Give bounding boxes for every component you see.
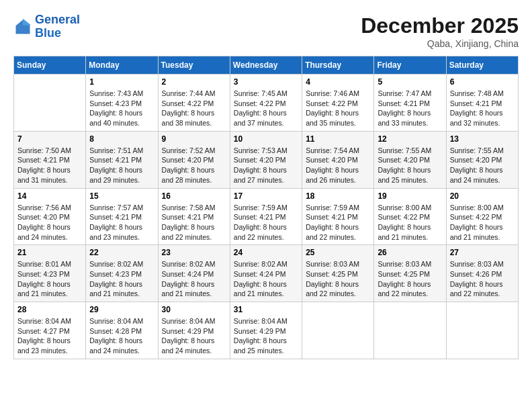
calendar-cell: 23Sunrise: 8:02 AMSunset: 4:24 PMDayligh… <box>158 245 230 302</box>
calendar-week-1: 1Sunrise: 7:43 AMSunset: 4:23 PMDaylight… <box>14 75 519 132</box>
day-number: 13 <box>450 134 515 144</box>
location: Qaba, Xinjiang, China <box>361 38 519 49</box>
day-info: Sunrise: 8:01 AMSunset: 4:23 PMDaylight:… <box>17 259 82 299</box>
day-info: Sunrise: 8:02 AMSunset: 4:24 PMDaylight:… <box>234 259 298 299</box>
day-number: 23 <box>162 248 226 257</box>
calendar-cell: 17Sunrise: 7:59 AMSunset: 4:21 PMDayligh… <box>230 188 302 245</box>
day-info: Sunrise: 7:54 AMSunset: 4:20 PMDaylight:… <box>306 146 370 185</box>
calendar-cell: 28Sunrise: 8:04 AMSunset: 4:27 PMDayligh… <box>14 302 86 359</box>
day-number: 10 <box>234 134 298 144</box>
calendar-week-5: 28Sunrise: 8:04 AMSunset: 4:27 PMDayligh… <box>14 302 519 359</box>
day-header-sunday: Sunday <box>14 56 86 75</box>
day-number: 4 <box>306 77 370 87</box>
day-number: 2 <box>162 77 226 87</box>
logo-text: General Blue <box>35 13 80 40</box>
calendar-cell: 12Sunrise: 7:55 AMSunset: 4:20 PMDayligh… <box>374 131 446 188</box>
calendar-cell: 22Sunrise: 8:02 AMSunset: 4:23 PMDayligh… <box>86 245 158 302</box>
day-info: Sunrise: 7:59 AMSunset: 4:21 PMDaylight:… <box>234 203 298 242</box>
day-info: Sunrise: 8:02 AMSunset: 4:23 PMDaylight:… <box>89 259 154 299</box>
day-info: Sunrise: 7:47 AMSunset: 4:21 PMDaylight:… <box>378 89 442 128</box>
calendar-cell: 9Sunrise: 7:52 AMSunset: 4:20 PMDaylight… <box>158 131 230 188</box>
day-info: Sunrise: 8:00 AMSunset: 4:22 PMDaylight:… <box>378 203 442 242</box>
calendar-cell <box>374 302 446 359</box>
day-info: Sunrise: 8:02 AMSunset: 4:24 PMDaylight:… <box>162 259 226 299</box>
day-number: 15 <box>89 191 154 201</box>
day-number: 6 <box>450 77 515 87</box>
calendar-cell: 31Sunrise: 8:04 AMSunset: 4:29 PMDayligh… <box>230 302 302 359</box>
day-number: 8 <box>89 134 154 144</box>
calendar-cell: 25Sunrise: 8:03 AMSunset: 4:25 PMDayligh… <box>302 245 374 302</box>
day-info: Sunrise: 7:45 AMSunset: 4:22 PMDaylight:… <box>234 89 298 128</box>
calendar-cell: 30Sunrise: 8:04 AMSunset: 4:29 PMDayligh… <box>158 302 230 359</box>
calendar-cell: 16Sunrise: 7:58 AMSunset: 4:21 PMDayligh… <box>158 188 230 245</box>
day-info: Sunrise: 8:04 AMSunset: 4:29 PMDaylight:… <box>234 316 298 356</box>
calendar-header-row: SundayMondayTuesdayWednesdayThursdayFrid… <box>14 56 519 75</box>
day-number: 27 <box>450 248 515 257</box>
calendar-cell: 24Sunrise: 8:02 AMSunset: 4:24 PMDayligh… <box>230 245 302 302</box>
day-info: Sunrise: 8:03 AMSunset: 4:25 PMDaylight:… <box>378 259 442 299</box>
day-number: 26 <box>378 248 442 257</box>
day-number: 3 <box>234 77 298 87</box>
day-number: 18 <box>306 191 370 201</box>
day-header-saturday: Saturday <box>446 56 518 75</box>
day-info: Sunrise: 7:58 AMSunset: 4:21 PMDaylight:… <box>162 203 226 242</box>
calendar-cell: 2Sunrise: 7:44 AMSunset: 4:22 PMDaylight… <box>158 75 230 132</box>
day-number: 14 <box>17 191 82 201</box>
day-info: Sunrise: 8:04 AMSunset: 4:28 PMDaylight:… <box>89 316 154 356</box>
calendar-cell: 27Sunrise: 8:03 AMSunset: 4:26 PMDayligh… <box>446 245 518 302</box>
day-number: 22 <box>89 248 154 257</box>
calendar-cell: 29Sunrise: 8:04 AMSunset: 4:28 PMDayligh… <box>86 302 158 359</box>
day-header-monday: Monday <box>86 56 158 75</box>
calendar-week-3: 14Sunrise: 7:56 AMSunset: 4:20 PMDayligh… <box>14 188 519 245</box>
calendar-cell: 15Sunrise: 7:57 AMSunset: 4:21 PMDayligh… <box>86 188 158 245</box>
day-number: 20 <box>450 191 515 201</box>
day-header-wednesday: Wednesday <box>230 56 302 75</box>
day-info: Sunrise: 7:53 AMSunset: 4:20 PMDaylight:… <box>234 146 298 185</box>
day-number: 17 <box>234 191 298 201</box>
day-info: Sunrise: 7:57 AMSunset: 4:21 PMDaylight:… <box>89 203 154 242</box>
day-number: 16 <box>162 191 226 201</box>
day-info: Sunrise: 8:03 AMSunset: 4:25 PMDaylight:… <box>306 259 370 299</box>
calendar-table: SundayMondayTuesdayWednesdayThursdayFrid… <box>13 56 519 359</box>
day-number: 5 <box>378 77 442 87</box>
day-info: Sunrise: 7:43 AMSunset: 4:23 PMDaylight:… <box>89 89 154 128</box>
calendar-cell: 6Sunrise: 7:48 AMSunset: 4:21 PMDaylight… <box>446 75 518 132</box>
title-block: December 2025 Qaba, Xinjiang, China <box>361 13 519 49</box>
day-number: 9 <box>162 134 226 144</box>
day-info: Sunrise: 8:04 AMSunset: 4:27 PMDaylight:… <box>17 316 82 356</box>
day-number: 11 <box>306 134 370 144</box>
day-number: 7 <box>17 134 82 144</box>
day-number: 28 <box>17 305 82 314</box>
day-number: 19 <box>378 191 442 201</box>
logo: General Blue <box>13 13 80 40</box>
calendar-cell: 7Sunrise: 7:50 AMSunset: 4:21 PMDaylight… <box>14 131 86 188</box>
page-header: General Blue December 2025 Qaba, Xinjian… <box>13 13 519 49</box>
day-info: Sunrise: 7:48 AMSunset: 4:21 PMDaylight:… <box>450 89 515 128</box>
calendar-cell: 3Sunrise: 7:45 AMSunset: 4:22 PMDaylight… <box>230 75 302 132</box>
calendar-cell: 11Sunrise: 7:54 AMSunset: 4:20 PMDayligh… <box>302 131 374 188</box>
calendar-cell: 26Sunrise: 8:03 AMSunset: 4:25 PMDayligh… <box>374 245 446 302</box>
day-header-friday: Friday <box>374 56 446 75</box>
day-number: 21 <box>17 248 82 257</box>
day-info: Sunrise: 7:55 AMSunset: 4:20 PMDaylight:… <box>450 146 515 185</box>
calendar-week-4: 21Sunrise: 8:01 AMSunset: 4:23 PMDayligh… <box>14 245 519 302</box>
calendar-cell: 18Sunrise: 7:59 AMSunset: 4:21 PMDayligh… <box>302 188 374 245</box>
logo-icon <box>13 17 32 36</box>
day-info: Sunrise: 8:03 AMSunset: 4:26 PMDaylight:… <box>450 259 515 299</box>
day-number: 12 <box>378 134 442 144</box>
day-number: 1 <box>89 77 154 87</box>
calendar-cell: 1Sunrise: 7:43 AMSunset: 4:23 PMDaylight… <box>86 75 158 132</box>
calendar-cell <box>302 302 374 359</box>
calendar-cell: 10Sunrise: 7:53 AMSunset: 4:20 PMDayligh… <box>230 131 302 188</box>
day-info: Sunrise: 7:55 AMSunset: 4:20 PMDaylight:… <box>378 146 442 185</box>
calendar-cell: 4Sunrise: 7:46 AMSunset: 4:22 PMDaylight… <box>302 75 374 132</box>
day-info: Sunrise: 7:56 AMSunset: 4:20 PMDaylight:… <box>17 203 82 242</box>
day-info: Sunrise: 7:51 AMSunset: 4:21 PMDaylight:… <box>89 146 154 185</box>
day-number: 30 <box>162 305 226 314</box>
day-info: Sunrise: 8:00 AMSunset: 4:22 PMDaylight:… <box>450 203 515 242</box>
calendar-cell: 14Sunrise: 7:56 AMSunset: 4:20 PMDayligh… <box>14 188 86 245</box>
calendar-cell: 5Sunrise: 7:47 AMSunset: 4:21 PMDaylight… <box>374 75 446 132</box>
day-number: 31 <box>234 305 298 314</box>
calendar-cell: 19Sunrise: 8:00 AMSunset: 4:22 PMDayligh… <box>374 188 446 245</box>
month-title: December 2025 <box>361 13 519 38</box>
